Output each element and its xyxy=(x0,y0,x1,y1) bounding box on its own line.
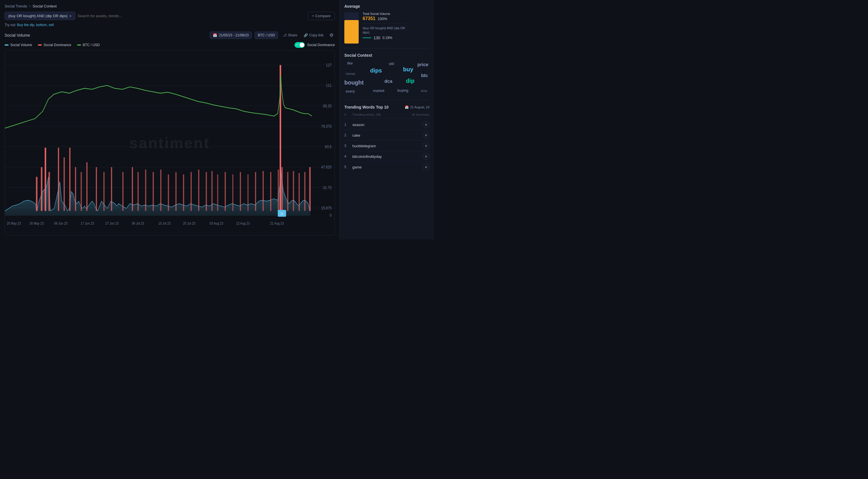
word-btc[interactable]: btc xyxy=(421,73,428,78)
word-dip[interactable]: dip xyxy=(406,78,414,84)
svg-rect-40 xyxy=(263,171,264,211)
svg-rect-32 xyxy=(206,172,207,211)
svg-rect-33 xyxy=(211,171,213,211)
svg-text:06 Jul 23: 06 Jul 23 xyxy=(132,221,144,226)
svg-rect-12 xyxy=(58,148,59,211)
trending-row: 2 cake ≡ xyxy=(344,130,429,141)
svg-rect-19 xyxy=(103,172,104,211)
trending-col-header: # Trending words, 24h AI Summary xyxy=(344,112,429,118)
row-number: 3 xyxy=(344,144,350,148)
word-price[interactable]: price xyxy=(417,62,428,67)
ai-summary-button[interactable]: ≡ xyxy=(423,153,429,160)
svg-rect-9 xyxy=(41,167,42,211)
word-still[interactable]: still xyxy=(389,62,394,66)
row-word: game xyxy=(352,165,420,169)
toggle-label: Social Dominance xyxy=(307,43,335,47)
svg-text:127: 127 xyxy=(326,63,332,68)
avg-query-percent: 0.19% xyxy=(382,36,392,40)
word-time[interactable]: time xyxy=(421,89,427,93)
svg-rect-18 xyxy=(96,167,97,211)
svg-rect-25 xyxy=(153,172,154,211)
toggle-group: ✓ Social Dominance xyxy=(294,42,335,48)
avg-total-row: Total Social Volume 67351 100% xyxy=(363,12,406,21)
breadcrumb: Social Trends > Social Context xyxy=(5,4,335,8)
copy-link-button[interactable]: 🔗 Copy link xyxy=(302,32,325,39)
svg-text:03 Aug 23: 03 Aug 23 xyxy=(209,221,223,226)
svg-text:25 Jul 23: 25 Jul 23 xyxy=(183,221,195,226)
share-button[interactable]: ⎇ Share xyxy=(281,32,299,39)
date-range-button[interactable]: 📅 21/05/23 - 21/08/23 xyxy=(210,31,252,39)
chart-legend: Social Volume Social Dominance BTC / USD… xyxy=(5,42,335,48)
tryout-label: Try out: xyxy=(5,23,16,27)
average-bar-container xyxy=(344,12,359,43)
word-money[interactable]: money xyxy=(346,72,355,76)
svg-text:15 Jul 23: 15 Jul 23 xyxy=(158,221,171,226)
word-buy[interactable]: buy xyxy=(403,66,413,73)
breadcrumb-separator: > xyxy=(29,4,31,8)
svg-rect-10 xyxy=(45,148,46,211)
svg-text:79.375: 79.375 xyxy=(321,124,332,129)
breadcrumb-current: Social Context xyxy=(33,4,57,8)
svg-rect-45 xyxy=(287,172,288,211)
average-section: Average Total Social Volume 67351 xyxy=(344,4,429,43)
compare-button[interactable]: + Compare xyxy=(308,12,335,20)
trending-row: 3 huobitelegram ≡ xyxy=(344,141,429,151)
word-dips[interactable]: dips xyxy=(370,67,382,74)
word-market[interactable]: market xyxy=(373,89,384,93)
svg-rect-26 xyxy=(160,170,161,211)
svg-rect-42 xyxy=(278,170,279,211)
search-input[interactable] xyxy=(78,12,306,20)
close-icon[interactable]: × xyxy=(69,14,72,18)
legend-social-volume: Social Volume xyxy=(5,43,32,47)
svg-rect-35 xyxy=(225,172,226,211)
calendar-icon: 📅 xyxy=(213,33,217,37)
svg-text:0: 0 xyxy=(330,213,332,218)
search-tag[interactable]: (buy OR bought) AND (dip OR dips) × xyxy=(5,12,75,20)
svg-rect-11 xyxy=(49,172,50,211)
word-buying[interactable]: buying xyxy=(397,88,408,93)
svg-rect-48 xyxy=(304,172,305,211)
svg-text:20 May 23: 20 May 23 xyxy=(7,221,21,226)
svg-rect-21 xyxy=(122,172,123,211)
breadcrumb-parent[interactable]: Social Trends xyxy=(5,4,27,8)
word-bought[interactable]: bought xyxy=(344,79,364,86)
svg-rect-22 xyxy=(132,167,133,211)
svg-text:63.5: 63.5 xyxy=(325,144,332,149)
row-word: bitcoininfindityday xyxy=(352,154,420,159)
settings-button[interactable]: ⚙ xyxy=(328,31,335,39)
social-dominance-toggle[interactable]: ✓ xyxy=(294,42,305,48)
svg-text:11: 11 xyxy=(280,211,284,216)
ai-summary-button[interactable]: ≡ xyxy=(423,132,429,139)
tryout-bar: Try out: Buy the dip, bottom, sell xyxy=(5,23,335,27)
trending-section: Trending Words Top 10 📅 21 August, 23 # … xyxy=(344,105,429,172)
ai-summary-button[interactable]: ≡ xyxy=(423,121,429,128)
search-bar: (buy OR bought) AND (dip OR dips) × + Co… xyxy=(5,12,335,20)
trending-row: 5 game ≡ xyxy=(344,162,429,172)
word-dca[interactable]: dca xyxy=(384,79,393,84)
currency-button[interactable]: BTC / USD xyxy=(255,31,278,39)
average-info: Total Social Volume 67351 100% (buy OR b… xyxy=(363,12,406,40)
svg-rect-17 xyxy=(86,162,87,211)
svg-rect-16 xyxy=(81,172,82,211)
svg-rect-46 xyxy=(293,171,294,211)
avg-total-percent: 100% xyxy=(378,17,387,21)
legend-social-dominance: Social Dominance xyxy=(38,43,71,47)
svg-rect-41 xyxy=(270,172,271,211)
svg-text:21 Aug 23: 21 Aug 23 xyxy=(270,221,284,226)
trending-rows: 1 season ≡ 2 cake ≡ 3 huobitelegram ≡ 4 … xyxy=(344,119,429,172)
row-number: 5 xyxy=(344,165,350,169)
date-range-text: 21/05/23 - 21/08/23 xyxy=(219,33,249,37)
svg-rect-23 xyxy=(137,172,138,211)
trending-date: 📅 21 August, 23 xyxy=(405,106,429,109)
ai-summary-button[interactable]: ≡ xyxy=(423,142,429,149)
svg-text:27 Jun 23: 27 Jun 23 xyxy=(105,221,119,226)
word-every[interactable]: every xyxy=(346,89,355,93)
avg-query-number: 130 xyxy=(374,35,380,40)
link-icon: 🔗 xyxy=(304,33,308,37)
ai-summary-button[interactable]: ≡ xyxy=(423,163,429,171)
tryout-links[interactable]: Buy the dip, bottom, sell xyxy=(17,23,54,27)
trending-title: Trending Words Top 10 xyxy=(344,105,389,110)
trending-header: Trending Words Top 10 📅 21 August, 23 xyxy=(344,105,429,110)
svg-rect-38 xyxy=(248,175,249,211)
word-like[interactable]: like xyxy=(347,61,353,65)
